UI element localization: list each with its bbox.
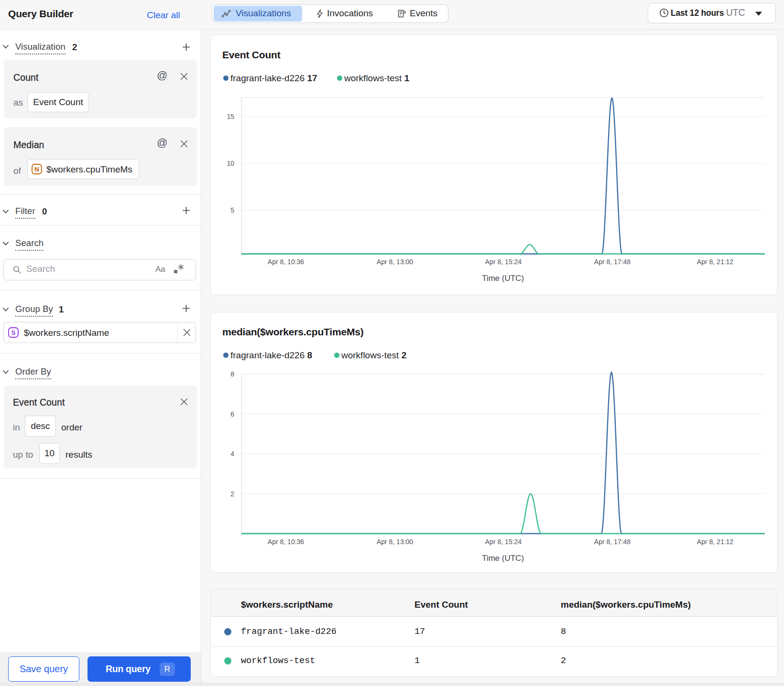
svg-text:8: 8	[230, 370, 234, 378]
svg-text:Apr 8, 13:00: Apr 8, 13:00	[377, 258, 413, 266]
svg-text:2: 2	[230, 490, 234, 498]
svg-text:Apr 8, 17:48: Apr 8, 17:48	[594, 538, 631, 546]
svg-text:6: 6	[230, 410, 234, 418]
svg-text:15: 15	[227, 113, 234, 120]
svg-text:Apr 8, 13:00: Apr 8, 13:00	[377, 538, 413, 546]
svg-text:Time (UTC): Time (UTC)	[482, 274, 524, 283]
svg-text:Apr 8, 21:12: Apr 8, 21:12	[697, 538, 733, 546]
svg-text:Apr 8, 10:36: Apr 8, 10:36	[268, 258, 304, 266]
svg-text:4: 4	[230, 450, 234, 458]
svg-text:N: N	[34, 166, 39, 173]
svg-text:Apr 8, 21:12: Apr 8, 21:12	[697, 258, 733, 266]
svg-text:Apr 8, 17:48: Apr 8, 17:48	[594, 258, 631, 266]
svg-text:10: 10	[227, 160, 234, 167]
svg-text:Apr 8, 10:36: Apr 8, 10:36	[268, 538, 304, 546]
svg-text:Apr 8, 15:24: Apr 8, 15:24	[485, 538, 522, 546]
svg-text:Apr 8, 15:24: Apr 8, 15:24	[485, 258, 522, 266]
svg-text:Time (UTC): Time (UTC)	[482, 554, 524, 563]
svg-text:5: 5	[230, 206, 234, 214]
svg-text:S: S	[11, 329, 16, 336]
